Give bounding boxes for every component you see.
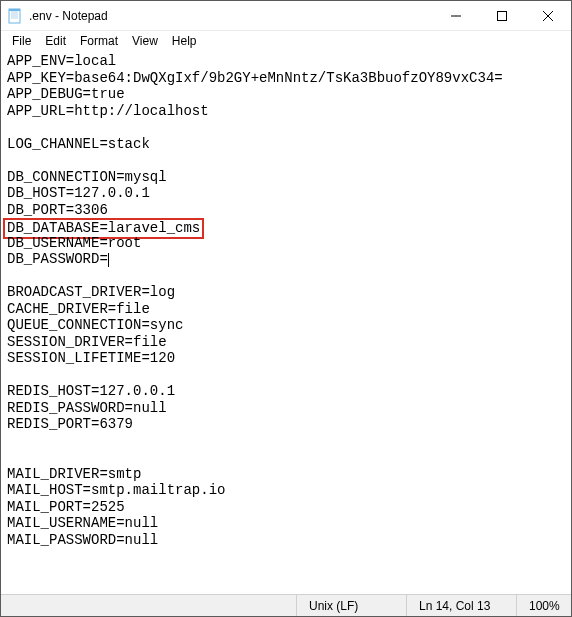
text-line — [7, 268, 565, 285]
menu-file[interactable]: File — [5, 33, 38, 49]
text-editor-area[interactable]: APP_ENV=localAPP_KEY=base64:DwQXgIxf/9b2… — [1, 51, 571, 594]
menu-view[interactable]: View — [125, 33, 165, 49]
menubar: File Edit Format View Help — [1, 31, 571, 51]
text-line: DB_USERNAME=root — [7, 235, 565, 252]
text-line: APP_ENV=local — [7, 53, 565, 70]
text-line: SESSION_DRIVER=file — [7, 334, 565, 351]
menu-format[interactable]: Format — [73, 33, 125, 49]
text-line: MAIL_HOST=smtp.mailtrap.io — [7, 482, 565, 499]
svg-rect-7 — [498, 11, 507, 20]
maximize-button[interactable] — [479, 1, 525, 30]
text-line: REDIS_HOST=127.0.0.1 — [7, 383, 565, 400]
text-line: DB_CONNECTION=mysql — [7, 169, 565, 186]
window-title: .env - Notepad — [29, 9, 433, 23]
text-line: APP_DEBUG=true — [7, 86, 565, 103]
text-line: MAIL_PASSWORD=null — [7, 532, 565, 549]
text-line: APP_URL=http://localhost — [7, 103, 565, 120]
text-line: MAIL_DRIVER=smtp — [7, 466, 565, 483]
text-line: CACHE_DRIVER=file — [7, 301, 565, 318]
text-line: DB_PASSWORD= — [7, 251, 565, 268]
text-line — [7, 433, 565, 450]
statusbar: Unix (LF) Ln 14, Col 13 100% — [1, 594, 571, 616]
status-position: Ln 14, Col 13 — [406, 595, 516, 616]
status-zoom: 100% — [516, 595, 571, 616]
minimize-button[interactable] — [433, 1, 479, 30]
text-line: MAIL_USERNAME=null — [7, 515, 565, 532]
text-line: MAIL_PORT=2525 — [7, 499, 565, 516]
text-line — [7, 119, 565, 136]
svg-rect-5 — [9, 9, 20, 11]
text-line: DB_PORT=3306 — [7, 202, 565, 219]
close-button[interactable] — [525, 1, 571, 30]
notepad-icon — [7, 8, 23, 24]
status-eol: Unix (LF) — [296, 595, 406, 616]
text-line: LOG_CHANNEL=stack — [7, 136, 565, 153]
text-line: REDIS_PASSWORD=null — [7, 400, 565, 417]
text-line: DB_DATABASE=laravel_cms — [7, 218, 565, 235]
text-line — [7, 152, 565, 169]
menu-help[interactable]: Help — [165, 33, 204, 49]
menu-edit[interactable]: Edit — [38, 33, 73, 49]
window-titlebar: .env - Notepad — [1, 1, 571, 31]
text-line: SESSION_LIFETIME=120 — [7, 350, 565, 367]
text-line: QUEUE_CONNECTION=sync — [7, 317, 565, 334]
text-line: DB_HOST=127.0.0.1 — [7, 185, 565, 202]
text-cursor — [108, 253, 109, 267]
window-controls — [433, 1, 571, 30]
text-line: APP_KEY=base64:DwQXgIxf/9b2GY+eMnNntz/Ts… — [7, 70, 565, 87]
text-line — [7, 367, 565, 384]
text-line — [7, 449, 565, 466]
text-line: REDIS_PORT=6379 — [7, 416, 565, 433]
text-line: BROADCAST_DRIVER=log — [7, 284, 565, 301]
